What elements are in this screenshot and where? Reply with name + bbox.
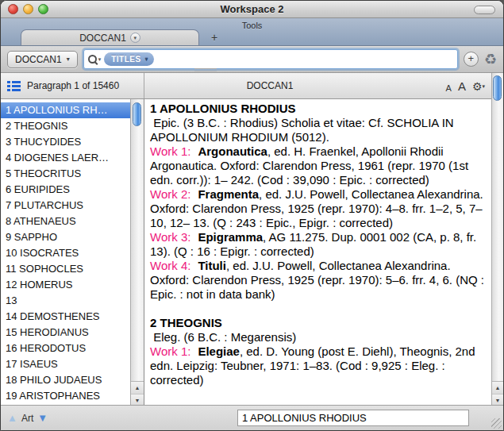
window-title: Workspace 2 xyxy=(1,3,503,15)
work-label: Work 3: xyxy=(150,230,190,244)
list-item[interactable]: 16 HERODOTUS xyxy=(1,341,130,356)
recycle-icon[interactable]: ♻ xyxy=(484,52,497,67)
sidebar-scroll-thumb[interactable] xyxy=(133,102,141,126)
list-item[interactable]: 10 ISOCRATES xyxy=(1,245,130,261)
search-field[interactable]: ▾ TITLES ▾ xyxy=(83,49,458,69)
main-scroll-arrows: ▲ ▼ xyxy=(492,381,503,405)
list-item[interactable]: 13 xyxy=(1,293,130,309)
decrease-font-button[interactable]: A xyxy=(446,83,452,93)
entry-subtitle: Epic. (3 B.C. : Rhodius) Scholia et vita… xyxy=(150,116,488,144)
work-label: Work 2: xyxy=(150,187,190,201)
entry-heading: 1 APOLLONIUS RHODIUS xyxy=(150,102,488,116)
tools-toolbar: Tools DOCCAN1 ▾ + xyxy=(1,18,503,46)
resize-grip-icon[interactable] xyxy=(491,418,502,429)
tab-dropdown-icon[interactable]: ▾ xyxy=(130,33,140,43)
work-entry: Work 3:Epigramma, AG 11.275. Dup. 0001 0… xyxy=(150,230,488,259)
current-author-field[interactable] xyxy=(237,410,469,426)
list-item[interactable]: 1 APOLLONIUS RH… xyxy=(1,102,130,118)
list-item[interactable]: 6 EURIPIDES xyxy=(1,182,130,198)
toolbar-toggle-button[interactable] xyxy=(474,6,495,14)
work-entry: Work 1:Elegiae, ed. D. Young (post E. Di… xyxy=(150,344,488,387)
document-title: DOCCAN1 xyxy=(144,80,396,91)
search-token-titles[interactable]: TITLES ▾ xyxy=(104,52,153,66)
token-caret-icon: ▾ xyxy=(145,56,148,63)
previous-art-icon[interactable]: ▲ xyxy=(7,412,17,424)
scroll-up-icon[interactable]: ▲ xyxy=(492,382,503,394)
sidebar-scroll-arrows: ▲ ▼ xyxy=(131,381,144,405)
tab-doccan1[interactable]: DOCCAN1 ▾ xyxy=(21,29,199,45)
increase-font-button[interactable]: A xyxy=(458,79,466,93)
window-controls xyxy=(8,4,48,14)
scroll-down-icon[interactable]: ▼ xyxy=(131,394,144,406)
search-input[interactable] xyxy=(157,50,453,68)
tools-label: Tools xyxy=(1,18,503,30)
work-label: Work 1: xyxy=(150,344,190,358)
entry-subtitle: Eleg. (6 B.C. : Megarensis) xyxy=(150,330,488,344)
bottom-bar: ▲ Art ▼ xyxy=(1,405,503,430)
list-item[interactable]: 2 THEOGNIS xyxy=(1,118,130,134)
list-item[interactable]: 3 THUCYDIDES xyxy=(1,134,130,150)
scope-label: DOCCAN1 xyxy=(15,54,62,65)
list-item[interactable]: 14 DEMOSTHENES xyxy=(1,309,130,325)
main-scrollbar[interactable]: ▲ ▼ xyxy=(491,73,503,405)
new-tab-button[interactable]: + xyxy=(201,29,228,45)
title-bar: Workspace 2 xyxy=(1,1,503,18)
list-item[interactable]: 17 ISAEUS xyxy=(1,356,130,372)
tab-label: DOCCAN1 xyxy=(79,33,126,44)
work-title: Argonautica xyxy=(198,144,267,158)
app-window: Workspace 2 Tools DOCCAN1 ▾ + DOCCAN1 ▾ … xyxy=(0,0,504,431)
work-entry: Work 1:Argonautica, ed. H. Fraenkel, Apo… xyxy=(150,144,488,187)
author-sidebar: 1 APOLLONIUS RH…2 THEOGNIS3 THUCYDIDES4 … xyxy=(1,99,144,405)
scope-dropdown-button[interactable]: DOCCAN1 ▾ xyxy=(7,51,78,68)
list-item[interactable]: 7 PLUTARCHUS xyxy=(1,198,130,214)
list-item[interactable]: 4 DIOGENES LAER… xyxy=(1,150,130,166)
zoom-window-icon[interactable] xyxy=(38,4,48,14)
close-window-icon[interactable] xyxy=(8,4,18,14)
next-art-icon[interactable]: ▼ xyxy=(37,412,48,424)
list-item[interactable]: 5 THEOCRITUS xyxy=(1,166,130,182)
list-item[interactable]: 18 PHILO JUDAEUS xyxy=(1,372,130,388)
work-title: Fragmenta xyxy=(198,187,259,201)
work-entry: Work 2:Fragmenta, ed. J.U. Powell, Colle… xyxy=(150,187,488,230)
work-label: Work 1: xyxy=(150,144,190,158)
scroll-up-icon[interactable]: ▲ xyxy=(131,382,144,394)
work-label: Work 4: xyxy=(150,259,190,272)
add-search-button[interactable]: + xyxy=(464,52,479,67)
list-item[interactable]: 15 HERODIANUS xyxy=(1,325,130,341)
paragraph-status: Paragraph 1 of 15460 xyxy=(27,80,119,91)
splitter-grip[interactable] xyxy=(194,68,217,71)
list-item[interactable]: 9 SAPPHO xyxy=(1,229,130,245)
list-item[interactable]: 12 HOMERUS xyxy=(1,277,130,293)
token-label: TITLES xyxy=(111,55,140,63)
entry-gap xyxy=(150,387,488,402)
gear-icon[interactable]: ⚙▾ xyxy=(472,80,485,93)
work-title: Epigramma xyxy=(198,230,263,244)
work-entry: Work 4:Tituli, ed. J.U. Powell, Collecta… xyxy=(150,259,488,302)
entry-gap xyxy=(150,302,488,316)
search-options-caret-icon[interactable]: ▾ xyxy=(98,56,102,63)
list-item[interactable]: 19 ARISTOPHANES xyxy=(1,388,130,404)
art-label: Art xyxy=(21,413,33,424)
author-list: 1 APOLLONIUS RH…2 THEOGNIS3 THUCYDIDES4 … xyxy=(1,99,130,405)
art-navigator: ▲ Art ▼ xyxy=(7,406,48,430)
chevron-down-icon: ▾ xyxy=(67,56,70,63)
entry-heading: 2 THEOGNIS xyxy=(150,316,488,330)
pane-header: Paragraph 1 of 15460 DOCCAN1 A A ⚙▾ xyxy=(1,73,491,99)
list-item[interactable]: 8 ATHENAEUS xyxy=(1,214,130,229)
minimize-window-icon[interactable] xyxy=(23,4,33,14)
work-title: Tituli xyxy=(198,259,226,272)
canon-text: 1 APOLLONIUS RHODIUS Epic. (3 B.C. : Rho… xyxy=(145,99,491,405)
list-item[interactable]: 11 SOPHOCLES xyxy=(1,261,130,277)
main-scroll-thumb[interactable] xyxy=(493,75,502,101)
sidebar-scrollbar[interactable]: ▲ ▼ xyxy=(130,99,144,405)
content-area: Paragraph 1 of 15460 DOCCAN1 A A ⚙▾ 1 AP… xyxy=(1,73,503,405)
paragraph-list-icon[interactable] xyxy=(7,81,21,91)
work-title: Elegiae xyxy=(198,344,240,358)
search-icon[interactable] xyxy=(88,55,97,63)
scroll-down-icon[interactable]: ▼ xyxy=(492,394,503,406)
search-row: DOCCAN1 ▾ ▾ TITLES ▾ + ♻ xyxy=(1,46,503,73)
